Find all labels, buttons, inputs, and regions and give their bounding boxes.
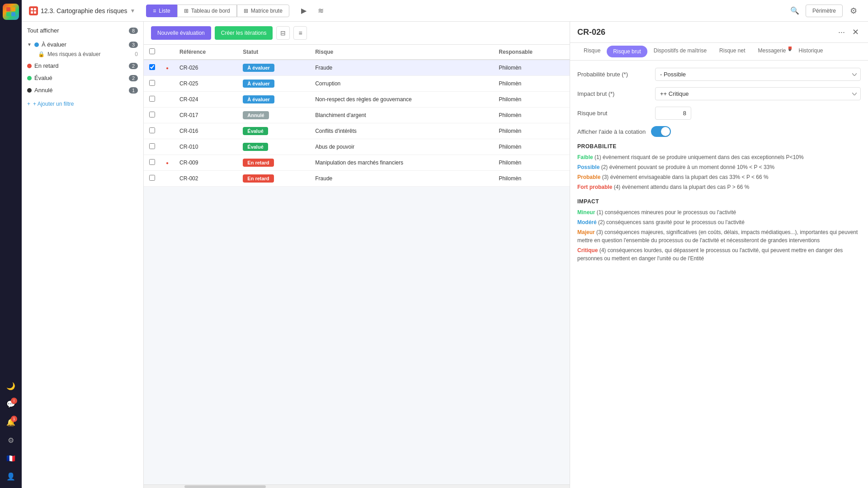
svg-rect-4 bbox=[31, 8, 33, 10]
app-logo[interactable] bbox=[3, 4, 19, 20]
columns-toggle-button[interactable]: ⊟ bbox=[276, 26, 290, 40]
svg-rect-5 bbox=[34, 8, 36, 10]
table-row[interactable]: CR-016 Évalué Conflits d'intérêts Philom… bbox=[144, 123, 570, 139]
row-checkbox[interactable] bbox=[149, 175, 155, 181]
tab-dispositifs[interactable]: Dispositifs de maîtrise bbox=[647, 43, 713, 60]
a-evaluer-label: À évaluer bbox=[42, 41, 66, 48]
page-icon bbox=[29, 6, 38, 15]
flag-icon[interactable]: 🇫🇷 bbox=[3, 450, 19, 466]
tab-risque-brut[interactable]: Risque brut bbox=[607, 46, 647, 57]
tab-messagerie[interactable]: Messagerie ● bbox=[751, 43, 792, 60]
moon-icon[interactable]: 🌙 bbox=[3, 378, 19, 394]
row-reference: CR-024 bbox=[174, 92, 237, 108]
tab-tableau[interactable]: ⊞ Tableau de bord bbox=[177, 5, 237, 17]
tab-risque-net[interactable]: Risque net bbox=[713, 43, 751, 60]
table-row[interactable]: ● CR-009 En retard Manipulation des marc… bbox=[144, 155, 570, 171]
row-status: À évaluer bbox=[237, 92, 310, 108]
row-responsible: Philomèn bbox=[493, 92, 570, 108]
sidebar-section-header-evalue[interactable]: Évalué 2 bbox=[27, 73, 138, 83]
tab-matrice[interactable]: ⊞ Matrice brute bbox=[237, 5, 289, 17]
table-row[interactable]: CR-025 À évaluer Corruption Philomèn bbox=[144, 76, 570, 92]
table-row[interactable]: CR-010 Évalué Abus de pouvoir Philomèn bbox=[144, 139, 570, 155]
impact-brut-select[interactable]: ++ Critique bbox=[655, 87, 861, 100]
text-critique: (4) conséquences lourdes, qui dépassent … bbox=[577, 247, 843, 262]
tab-historique[interactable]: Historique bbox=[793, 43, 830, 60]
sidebar-section-header-a-evaluer[interactable]: ▼ À évaluer 3 bbox=[27, 39, 138, 50]
add-filter-button[interactable]: + + Ajouter un filtre bbox=[27, 97, 138, 111]
top-settings-button[interactable]: ⚙ bbox=[846, 4, 861, 18]
settings-icon[interactable]: ⚙ bbox=[3, 432, 19, 448]
row-dot-cell bbox=[160, 76, 174, 92]
row-dot-cell bbox=[160, 171, 174, 187]
more-options-button[interactable]: ··· bbox=[836, 28, 847, 37]
tab-risque-label: Risque bbox=[584, 47, 600, 54]
new-evaluation-button[interactable]: Nouvelle évaluation bbox=[151, 26, 211, 40]
plus-icon: + bbox=[27, 101, 30, 107]
table-row[interactable]: CR-017 Annulé Blanchiment d'argent Philo… bbox=[144, 108, 570, 123]
select-all-checkbox[interactable] bbox=[149, 48, 155, 54]
user-icon[interactable]: 👤 bbox=[3, 468, 19, 484]
title-dropdown-icon[interactable]: ▼ bbox=[130, 8, 135, 14]
afficher-aide-label: Afficher l'aide à la cotation bbox=[577, 128, 646, 135]
row-checkbox[interactable] bbox=[149, 127, 155, 133]
matrice-icon: ⊞ bbox=[244, 8, 248, 14]
perimeter-button[interactable]: Périmètre bbox=[806, 5, 843, 17]
liste-label: Liste bbox=[159, 8, 170, 14]
help-probabilite-probable: Probable (3) évènement envisageable dans… bbox=[577, 173, 861, 181]
help-impact-modere: Modéré (2) conséquences sans gravité pou… bbox=[577, 218, 861, 226]
tab-liste[interactable]: ≡ Liste bbox=[146, 5, 177, 17]
text-probable: (3) évènement envisageable dans la plupa… bbox=[602, 174, 769, 180]
mes-risques-label: Mes risques à évaluer bbox=[47, 51, 100, 57]
comment-icon[interactable]: 💬 ! bbox=[3, 396, 19, 412]
table-row[interactable]: ● CR-026 À évaluer Fraude Philomèn bbox=[144, 60, 570, 76]
help-probabilite-fort: Fort probable (4) évènement attendu dans… bbox=[577, 183, 861, 191]
play-icon[interactable]: ▶ bbox=[297, 4, 311, 18]
sidebar-section-header-en-retard[interactable]: En retard 2 bbox=[27, 61, 138, 71]
dot-red-icon bbox=[27, 64, 32, 68]
table-row[interactable]: CR-024 À évaluer Non-respect des règles … bbox=[144, 92, 570, 108]
row-checkbox[interactable] bbox=[149, 96, 155, 102]
svg-rect-7 bbox=[34, 11, 36, 14]
horizontal-scrollbar[interactable] bbox=[144, 484, 570, 488]
search-button[interactable]: 🔍 bbox=[788, 4, 802, 18]
label-mineur: Mineur bbox=[577, 209, 595, 216]
sidebar-item-mes-risques[interactable]: 🔒 Mes risques à évaluer 0 bbox=[27, 50, 138, 59]
risque-brut-input[interactable] bbox=[655, 107, 691, 120]
row-checkbox[interactable] bbox=[149, 112, 155, 117]
page-body: Tout afficher 8 ▼ À évaluer 3 🔒 Mes risq… bbox=[22, 22, 868, 488]
row-checkbox[interactable] bbox=[149, 64, 155, 70]
row-checkbox[interactable] bbox=[149, 143, 155, 149]
row-risk: Fraude bbox=[310, 171, 493, 187]
sidebar-section-left-retard: En retard bbox=[27, 62, 58, 69]
red-dot-icon: ● bbox=[166, 160, 169, 165]
filter-toggle-button[interactable]: ≡ bbox=[293, 26, 307, 40]
row-responsible: Philomèn bbox=[493, 60, 570, 76]
row-checkbox[interactable] bbox=[149, 80, 155, 86]
afficher-aide-toggle[interactable] bbox=[651, 126, 671, 137]
comment-badge: ! bbox=[11, 398, 17, 404]
tab-historique-label: Historique bbox=[799, 47, 823, 54]
row-checkbox-cell bbox=[144, 123, 160, 139]
row-responsible: Philomèn bbox=[493, 108, 570, 123]
probabilite-brute-select[interactable]: - Possible bbox=[655, 68, 861, 81]
row-dot-cell: ● bbox=[160, 155, 174, 171]
detail-header: CR-026 ··· ✕ bbox=[570, 22, 868, 43]
row-status: À évaluer bbox=[237, 60, 310, 76]
tab-messagerie-label: Messagerie bbox=[758, 47, 786, 54]
row-reference: CR-017 bbox=[174, 108, 237, 123]
annule-count: 1 bbox=[129, 87, 138, 94]
create-iterations-button[interactable]: Créer les itérations bbox=[215, 26, 273, 40]
chevron-icon: ▼ bbox=[27, 42, 32, 47]
row-checkbox[interactable] bbox=[149, 159, 155, 165]
row-reference: CR-010 bbox=[174, 139, 237, 155]
close-detail-button[interactable]: ✕ bbox=[850, 27, 861, 37]
table-body: ● CR-026 À évaluer Fraude Philomèn CR-02… bbox=[144, 60, 570, 187]
row-risk: Abus de pouvoir bbox=[310, 139, 493, 155]
tab-risque[interactable]: Risque bbox=[577, 43, 607, 60]
steps-icon[interactable]: ≋ bbox=[314, 4, 328, 18]
sidebar-section-header-annule[interactable]: Annulé 1 bbox=[27, 85, 138, 95]
status-badge: En retard bbox=[243, 174, 274, 183]
help-impact-critique: Critique (4) conséquences lourdes, qui d… bbox=[577, 246, 861, 263]
bell-icon[interactable]: 🔔 1 bbox=[3, 414, 19, 430]
table-row[interactable]: CR-002 En retard Fraude Philomèn bbox=[144, 171, 570, 187]
